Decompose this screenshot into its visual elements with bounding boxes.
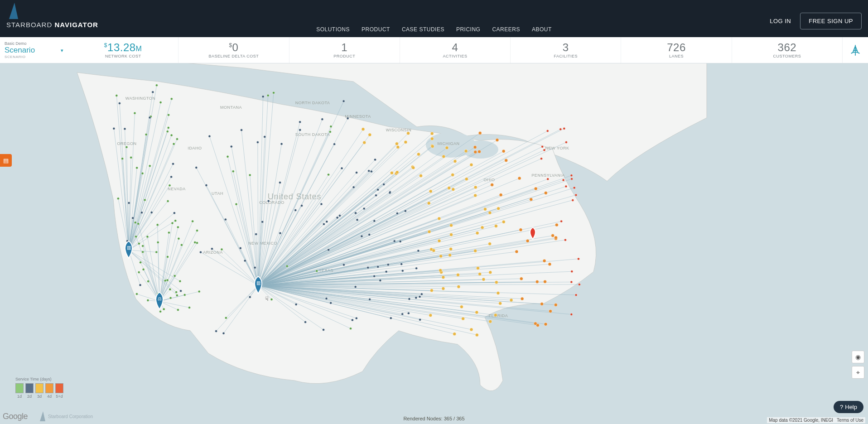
svg-text:OREGON: OREGON [117, 141, 136, 146]
svg-point-628 [453, 159, 457, 163]
svg-point-373 [124, 128, 126, 130]
svg-point-472 [496, 139, 499, 142]
help-label: Help [845, 404, 857, 410]
svg-text:ARIZONA: ARIZONA [203, 250, 223, 255]
svg-point-534 [571, 178, 573, 180]
map-canvas[interactable]: United States WASHINGTON OREGON IDAHO MO… [0, 63, 868, 424]
svg-point-342 [155, 251, 158, 253]
svg-point-493 [535, 280, 539, 283]
svg-point-393 [168, 231, 170, 234]
stat-network-cost[interactable]: $13.28M NETWORK COST [68, 37, 178, 63]
svg-point-583 [370, 170, 372, 173]
stat-customers[interactable]: 362CUSTOMERS [732, 37, 843, 63]
svg-point-467 [267, 94, 269, 96]
svg-point-367 [128, 202, 130, 204]
visibility-toggle[interactable]: ◉ [852, 351, 864, 363]
svg-point-614 [368, 234, 371, 236]
compass-button[interactable] [843, 37, 868, 63]
svg-point-382 [147, 280, 149, 282]
svg-point-497 [404, 140, 407, 144]
svg-point-639 [570, 313, 573, 316]
login-button[interactable]: LOG IN [770, 18, 791, 24]
svg-point-391 [196, 229, 198, 231]
svg-point-581 [475, 311, 478, 314]
stat-lanes[interactable]: 726LANES [621, 37, 732, 63]
auth-area: LOG IN FREE SIGN UP [770, 13, 862, 29]
terms-link[interactable]: Terms of Use [837, 418, 863, 423]
svg-point-512 [505, 159, 508, 162]
svg-point-550 [570, 281, 573, 283]
svg-point-478 [540, 158, 543, 160]
svg-point-622 [419, 296, 421, 298]
svg-point-338 [166, 130, 169, 133]
svg-point-424 [342, 264, 345, 266]
nav-about[interactable]: ABOUT [532, 26, 552, 33]
sidebar-toggle[interactable]: ▤ [0, 154, 12, 167]
eye-icon: ◉ [855, 353, 861, 361]
svg-point-354 [175, 291, 178, 293]
svg-text:MONTANA: MONTANA [220, 105, 242, 110]
nav-product[interactable]: PRODUCT [362, 26, 390, 33]
svg-point-401 [174, 275, 176, 277]
svg-point-466 [199, 251, 202, 253]
svg-point-589 [474, 249, 477, 252]
svg-point-334 [140, 212, 143, 214]
svg-point-616 [478, 131, 482, 135]
svg-point-332 [173, 143, 175, 145]
nav-solutions[interactable]: SOLUTIONS [316, 26, 350, 33]
svg-point-344 [167, 200, 169, 202]
svg-point-482 [354, 286, 357, 288]
stat-baseline[interactable]: $0 BASELINE DELTA COST [178, 37, 289, 63]
svg-point-619 [453, 332, 456, 336]
svg-point-621 [474, 186, 477, 189]
svg-point-554 [450, 224, 453, 227]
svg-text:NEVADA: NEVADA [168, 187, 185, 191]
svg-point-633 [415, 297, 417, 299]
svg-point-446 [330, 302, 332, 304]
svg-point-551 [475, 333, 478, 337]
svg-point-596 [521, 297, 524, 300]
svg-point-345 [125, 146, 128, 148]
svg-point-430 [262, 96, 264, 98]
svg-point-470 [347, 117, 349, 120]
svg-text:NORTH DAKOTA: NORTH DAKOTA [295, 101, 330, 105]
svg-point-343 [180, 290, 182, 292]
svg-point-615 [520, 277, 523, 280]
svg-point-637 [489, 271, 492, 274]
svg-point-588 [438, 217, 441, 220]
svg-point-526 [571, 270, 573, 273]
svg-point-358 [172, 163, 174, 165]
scenario-picker[interactable]: Basic Demo Scenario ▾ SCENARIO [0, 37, 68, 63]
legend-chip: 3d [35, 383, 43, 399]
svg-point-546 [430, 132, 434, 135]
nav-careers[interactable]: CAREERS [492, 26, 520, 33]
svg-point-441 [230, 145, 232, 148]
svg-point-427 [330, 125, 332, 128]
svg-point-469 [299, 121, 301, 123]
legend-chip: 5+d [55, 383, 63, 399]
help-button[interactable]: ? Help [834, 401, 863, 413]
svg-point-440 [254, 266, 256, 269]
svg-point-636 [477, 150, 481, 153]
svg-point-357 [130, 156, 132, 159]
svg-point-449 [323, 223, 325, 225]
svg-point-374 [149, 165, 151, 167]
svg-point-417 [351, 319, 353, 321]
map-attribution: Map data ©2021 Google, INEGI Terms of Us… [767, 417, 865, 423]
stat-product[interactable]: 1PRODUCT [289, 37, 400, 63]
stat-activities[interactable]: 4ACTIVITIES [400, 37, 511, 63]
svg-point-507 [407, 132, 410, 135]
svg-point-350 [176, 138, 178, 140]
stat-facilities[interactable]: 3FACILITIES [511, 37, 621, 63]
svg-point-361 [152, 91, 154, 93]
svg-point-387 [137, 222, 140, 225]
svg-point-442 [295, 304, 297, 306]
nav-case-studies[interactable]: CASE STUDIES [402, 26, 444, 33]
recenter-button[interactable]: ⌖ [852, 366, 864, 379]
nav-pricing[interactable]: PRICING [456, 26, 481, 33]
legend-title: Service Time (days) [15, 377, 63, 381]
svg-point-483 [547, 178, 549, 180]
signup-button[interactable]: FREE SIGN UP [800, 13, 862, 29]
svg-point-625 [541, 145, 544, 148]
svg-point-476 [417, 153, 420, 156]
